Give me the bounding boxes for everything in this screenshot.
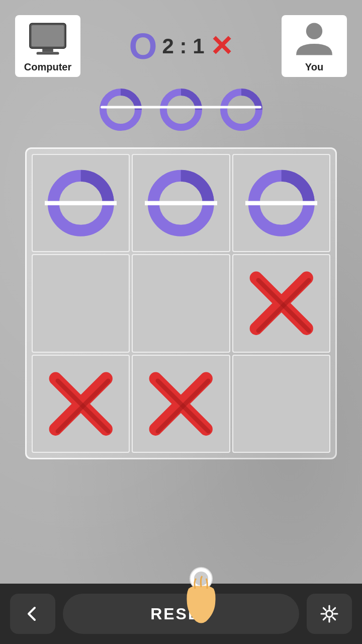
computer-player-card: Computer xyxy=(15,15,80,77)
you-player-card: You xyxy=(282,15,347,77)
win-o-1 xyxy=(98,87,143,132)
win-announcement xyxy=(0,82,362,132)
score-o-symbol: O xyxy=(129,28,157,64)
cell-1[interactable] xyxy=(132,154,230,252)
cell-6[interactable] xyxy=(32,355,130,453)
computer-icon xyxy=(23,19,73,59)
reset-button[interactable]: RESET xyxy=(63,594,299,634)
cell-3[interactable] xyxy=(32,254,130,352)
svg-rect-2 xyxy=(42,48,53,52)
win-o-3 xyxy=(219,87,264,132)
game-grid xyxy=(32,154,330,453)
header: Computer O 2 : 1 ✕ You xyxy=(0,0,362,82)
svg-point-4 xyxy=(306,23,322,39)
score-area: O 2 : 1 ✕ xyxy=(129,28,233,64)
computer-label: Computer xyxy=(24,61,71,73)
svg-rect-1 xyxy=(32,25,64,46)
cell-4[interactable] xyxy=(132,254,230,352)
win-o-2 xyxy=(158,87,204,132)
user-icon xyxy=(289,19,339,59)
score-value: 2 : 1 xyxy=(162,34,204,58)
reset-label: RESET xyxy=(150,605,212,623)
you-label: You xyxy=(305,61,323,73)
score-x-symbol: ✕ xyxy=(210,32,233,60)
cell-8[interactable] xyxy=(232,355,330,453)
toolbar: RESET xyxy=(0,584,362,644)
settings-button[interactable] xyxy=(307,594,352,634)
back-button[interactable] xyxy=(10,594,55,634)
cell-0[interactable] xyxy=(32,154,130,252)
cell-7[interactable] xyxy=(132,355,230,453)
grid-container xyxy=(25,147,337,459)
svg-rect-3 xyxy=(37,52,59,54)
win-line xyxy=(101,106,261,109)
cell-2[interactable] xyxy=(232,154,330,252)
cell-5[interactable] xyxy=(232,254,330,352)
svg-point-26 xyxy=(326,611,333,617)
